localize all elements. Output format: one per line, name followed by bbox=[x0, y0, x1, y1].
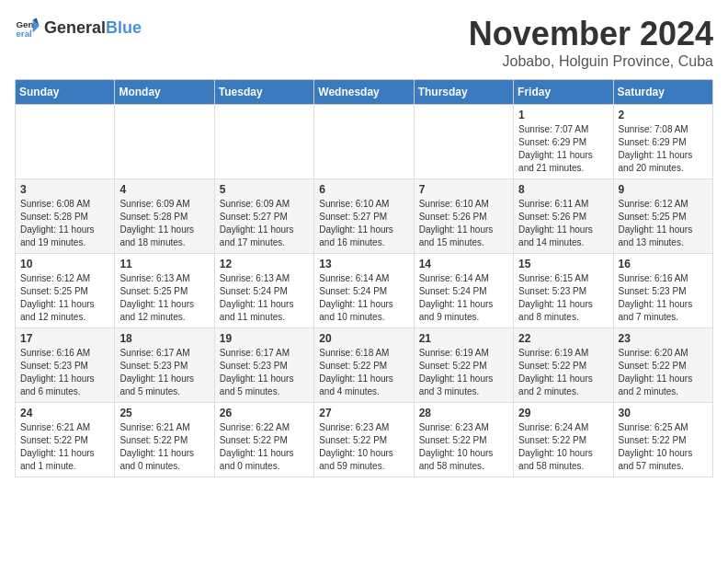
day-number: 19 bbox=[220, 332, 309, 345]
day-info: Sunrise: 7:08 AM Sunset: 6:29 PM Dayligh… bbox=[619, 123, 708, 175]
page-header: Gen eral General Blue November 2024 Joba… bbox=[15, 15, 713, 70]
day-number: 3 bbox=[20, 183, 109, 196]
calendar-day-cell: 7Sunrise: 6:10 AM Sunset: 5:26 PM Daylig… bbox=[414, 179, 513, 254]
calendar-day-cell: 17Sunrise: 6:16 AM Sunset: 5:23 PM Dayli… bbox=[16, 328, 115, 403]
day-info: Sunrise: 6:12 AM Sunset: 5:25 PM Dayligh… bbox=[20, 272, 109, 324]
day-info: Sunrise: 6:21 AM Sunset: 5:22 PM Dayligh… bbox=[20, 421, 109, 473]
calendar-week-row: 3Sunrise: 6:08 AM Sunset: 5:28 PM Daylig… bbox=[16, 179, 713, 254]
logo-text-blue: Blue bbox=[106, 18, 142, 38]
day-info: Sunrise: 6:16 AM Sunset: 5:23 PM Dayligh… bbox=[619, 272, 708, 324]
day-number: 6 bbox=[319, 183, 408, 196]
month-title: November 2024 bbox=[469, 15, 713, 53]
calendar-day-cell: 25Sunrise: 6:21 AM Sunset: 5:22 PM Dayli… bbox=[115, 403, 214, 477]
calendar-day-cell: 6Sunrise: 6:10 AM Sunset: 5:27 PM Daylig… bbox=[314, 179, 414, 254]
calendar-day-cell: 15Sunrise: 6:15 AM Sunset: 5:23 PM Dayli… bbox=[514, 254, 613, 328]
day-of-week-header: Saturday bbox=[613, 80, 712, 105]
calendar-day-cell bbox=[16, 105, 115, 179]
calendar-day-cell: 8Sunrise: 6:11 AM Sunset: 5:26 PM Daylig… bbox=[514, 179, 613, 254]
calendar-day-cell: 10Sunrise: 6:12 AM Sunset: 5:25 PM Dayli… bbox=[16, 254, 115, 328]
day-number: 26 bbox=[220, 407, 309, 419]
day-info: Sunrise: 6:12 AM Sunset: 5:25 PM Dayligh… bbox=[619, 198, 708, 249]
day-info: Sunrise: 6:25 AM Sunset: 5:22 PM Dayligh… bbox=[619, 421, 708, 473]
calendar-day-cell: 27Sunrise: 6:23 AM Sunset: 5:22 PM Dayli… bbox=[314, 403, 414, 477]
day-number: 1 bbox=[518, 109, 608, 121]
calendar-day-cell: 5Sunrise: 6:09 AM Sunset: 5:27 PM Daylig… bbox=[214, 179, 313, 254]
day-info: Sunrise: 6:24 AM Sunset: 5:22 PM Dayligh… bbox=[518, 421, 608, 473]
logo-icon: Gen eral bbox=[15, 15, 40, 40]
calendar-week-row: 1Sunrise: 7:07 AM Sunset: 6:29 PM Daylig… bbox=[16, 105, 713, 179]
day-number: 15 bbox=[518, 258, 608, 270]
day-number: 18 bbox=[119, 332, 209, 345]
calendar-day-cell: 18Sunrise: 6:17 AM Sunset: 5:23 PM Dayli… bbox=[115, 328, 214, 403]
calendar-day-cell: 11Sunrise: 6:13 AM Sunset: 5:25 PM Dayli… bbox=[115, 254, 214, 328]
calendar-week-row: 10Sunrise: 6:12 AM Sunset: 5:25 PM Dayli… bbox=[16, 254, 713, 328]
day-info: Sunrise: 6:22 AM Sunset: 5:22 PM Dayligh… bbox=[220, 421, 309, 473]
day-of-week-header: Friday bbox=[514, 80, 613, 105]
day-info: Sunrise: 6:20 AM Sunset: 5:22 PM Dayligh… bbox=[619, 347, 708, 398]
day-number: 5 bbox=[220, 183, 309, 196]
calendar-day-cell: 24Sunrise: 6:21 AM Sunset: 5:22 PM Dayli… bbox=[16, 403, 115, 477]
calendar-table: SundayMondayTuesdayWednesdayThursdayFrid… bbox=[15, 79, 713, 477]
day-info: Sunrise: 6:14 AM Sunset: 5:24 PM Dayligh… bbox=[319, 272, 408, 324]
day-info: Sunrise: 6:11 AM Sunset: 5:26 PM Dayligh… bbox=[518, 198, 608, 249]
day-number: 10 bbox=[20, 258, 109, 270]
calendar-day-cell: 16Sunrise: 6:16 AM Sunset: 5:23 PM Dayli… bbox=[613, 254, 712, 328]
calendar-week-row: 17Sunrise: 6:16 AM Sunset: 5:23 PM Dayli… bbox=[16, 328, 713, 403]
calendar-day-cell: 3Sunrise: 6:08 AM Sunset: 5:28 PM Daylig… bbox=[16, 179, 115, 254]
day-info: Sunrise: 6:10 AM Sunset: 5:26 PM Dayligh… bbox=[419, 198, 508, 249]
calendar-day-cell: 13Sunrise: 6:14 AM Sunset: 5:24 PM Dayli… bbox=[314, 254, 414, 328]
calendar-day-cell: 21Sunrise: 6:19 AM Sunset: 5:22 PM Dayli… bbox=[414, 328, 513, 403]
day-info: Sunrise: 6:10 AM Sunset: 5:27 PM Dayligh… bbox=[319, 198, 408, 249]
location-subtitle: Jobabo, Holguin Province, Cuba bbox=[469, 53, 713, 70]
day-info: Sunrise: 6:14 AM Sunset: 5:24 PM Dayligh… bbox=[419, 272, 508, 324]
calendar-header: SundayMondayTuesdayWednesdayThursdayFrid… bbox=[16, 80, 713, 105]
calendar-day-cell bbox=[314, 105, 414, 179]
calendar-day-cell: 23Sunrise: 6:20 AM Sunset: 5:22 PM Dayli… bbox=[613, 328, 712, 403]
calendar-week-row: 24Sunrise: 6:21 AM Sunset: 5:22 PM Dayli… bbox=[16, 403, 713, 477]
day-info: Sunrise: 6:18 AM Sunset: 5:22 PM Dayligh… bbox=[319, 347, 408, 398]
day-info: Sunrise: 6:15 AM Sunset: 5:23 PM Dayligh… bbox=[518, 272, 608, 324]
day-number: 28 bbox=[419, 407, 508, 419]
calendar-day-cell: 28Sunrise: 6:23 AM Sunset: 5:22 PM Dayli… bbox=[414, 403, 513, 477]
calendar-day-cell: 9Sunrise: 6:12 AM Sunset: 5:25 PM Daylig… bbox=[613, 179, 712, 254]
day-info: Sunrise: 7:07 AM Sunset: 6:29 PM Dayligh… bbox=[518, 123, 608, 175]
day-info: Sunrise: 6:08 AM Sunset: 5:28 PM Dayligh… bbox=[20, 198, 109, 249]
calendar-day-cell bbox=[115, 105, 214, 179]
day-number: 27 bbox=[319, 407, 408, 419]
calendar-day-cell: 22Sunrise: 6:19 AM Sunset: 5:22 PM Dayli… bbox=[514, 328, 613, 403]
day-info: Sunrise: 6:17 AM Sunset: 5:23 PM Dayligh… bbox=[119, 347, 209, 398]
calendar-day-cell: 19Sunrise: 6:17 AM Sunset: 5:23 PM Dayli… bbox=[214, 328, 313, 403]
day-info: Sunrise: 6:23 AM Sunset: 5:22 PM Dayligh… bbox=[419, 421, 508, 473]
day-info: Sunrise: 6:17 AM Sunset: 5:23 PM Dayligh… bbox=[220, 347, 309, 398]
day-number: 20 bbox=[319, 332, 408, 345]
day-number: 7 bbox=[419, 183, 508, 196]
calendar-day-cell bbox=[214, 105, 313, 179]
day-number: 14 bbox=[419, 258, 508, 270]
day-number: 22 bbox=[518, 332, 608, 345]
day-number: 29 bbox=[518, 407, 608, 419]
calendar-day-cell bbox=[414, 105, 513, 179]
day-of-week-header: Tuesday bbox=[214, 80, 313, 105]
day-info: Sunrise: 6:16 AM Sunset: 5:23 PM Dayligh… bbox=[20, 347, 109, 398]
calendar-day-cell: 30Sunrise: 6:25 AM Sunset: 5:22 PM Dayli… bbox=[613, 403, 712, 477]
title-area: November 2024 Jobabo, Holguin Province, … bbox=[469, 15, 713, 70]
day-number: 9 bbox=[619, 183, 708, 196]
calendar-body: 1Sunrise: 7:07 AM Sunset: 6:29 PM Daylig… bbox=[16, 105, 713, 477]
day-number: 25 bbox=[119, 407, 209, 419]
day-number: 13 bbox=[319, 258, 408, 270]
day-number: 21 bbox=[419, 332, 508, 345]
day-number: 30 bbox=[619, 407, 708, 419]
day-info: Sunrise: 6:19 AM Sunset: 5:22 PM Dayligh… bbox=[419, 347, 508, 398]
day-of-week-header: Monday bbox=[115, 80, 214, 105]
day-number: 24 bbox=[20, 407, 109, 419]
day-of-week-header: Wednesday bbox=[314, 80, 414, 105]
day-info: Sunrise: 6:09 AM Sunset: 5:28 PM Dayligh… bbox=[119, 198, 209, 249]
calendar-day-cell: 1Sunrise: 7:07 AM Sunset: 6:29 PM Daylig… bbox=[514, 105, 613, 179]
day-info: Sunrise: 6:21 AM Sunset: 5:22 PM Dayligh… bbox=[119, 421, 209, 473]
day-number: 8 bbox=[518, 183, 608, 196]
day-info: Sunrise: 6:13 AM Sunset: 5:25 PM Dayligh… bbox=[119, 272, 209, 324]
header-row: SundayMondayTuesdayWednesdayThursdayFrid… bbox=[16, 80, 713, 105]
calendar-day-cell: 29Sunrise: 6:24 AM Sunset: 5:22 PM Dayli… bbox=[514, 403, 613, 477]
logo: Gen eral General Blue bbox=[15, 15, 142, 40]
day-of-week-header: Sunday bbox=[16, 80, 115, 105]
